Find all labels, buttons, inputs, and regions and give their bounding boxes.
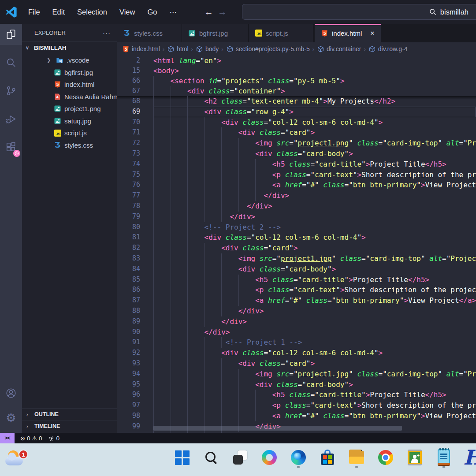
line-number[interactable]: 91 <box>117 337 153 348</box>
code-line-95[interactable]: 95<div class="card-body"> <box>117 379 476 390</box>
file-item[interactable]: Ʒstyles.css <box>22 139 117 152</box>
menu-item-selection[interactable]: Selection <box>71 6 113 18</box>
line-number[interactable]: 77 <box>117 190 153 201</box>
code-line-2[interactable]: 2<html lang="en"> <box>117 56 476 66</box>
code-line-67[interactable]: 67<div class="container"> <box>117 86 476 96</box>
line-number[interactable]: 99 <box>117 421 153 432</box>
taskbar-notepad-icon[interactable] <box>436 447 452 468</box>
line-number[interactable]: 76 <box>117 180 153 190</box>
line-number[interactable]: 93 <box>117 358 153 369</box>
breadcrumb-item[interactable]: 5index.html <box>122 45 160 53</box>
line-number[interactable]: 84 <box>117 264 153 275</box>
run-debug-icon[interactable] <box>0 108 22 130</box>
code-line-88[interactable]: 88</div> <box>117 306 476 316</box>
timeline-section[interactable]: › TIMELINE <box>22 420 117 432</box>
extensions-icon[interactable] <box>0 137 22 158</box>
code-line-83[interactable]: 83<img src="project1.jpg" class="card-im… <box>117 253 476 264</box>
settings-gear-icon[interactable]: ⚙ <box>0 407 22 428</box>
tab-script.js[interactable]: JSscript.js <box>249 24 313 42</box>
source-control-icon[interactable] <box>0 80 22 101</box>
code-line-96[interactable]: 96<h5 class="card-title">Project Title</… <box>117 390 476 400</box>
taskbar-chrome-icon[interactable] <box>378 447 394 468</box>
taskbar-start-icon[interactable] <box>174 447 190 468</box>
explorer-icon[interactable] <box>0 24 22 45</box>
taskbar-file-explorer-icon[interactable] <box>349 447 364 468</box>
search-sidebar-icon[interactable] <box>0 52 22 73</box>
line-number[interactable]: 94 <box>117 369 153 379</box>
code-line-81[interactable]: 81<div class="col-12 col-sm-6 col-md-4"> <box>117 232 476 243</box>
code-line-89[interactable]: 89</div> <box>117 316 476 327</box>
horizontal-scrollbar[interactable] <box>153 426 402 431</box>
problems-indicator[interactable]: ⊗ 0 ⚠ 0 <box>20 435 42 442</box>
workspace-root-folder[interactable]: ∨ BISMILLAH <box>22 41 117 53</box>
code-line-76[interactable]: 76<a href="#" class="btn btn-primary">Vi… <box>117 180 476 190</box>
line-number[interactable]: 80 <box>117 222 153 233</box>
taskbar-classroom-icon[interactable]: + <box>407 447 423 468</box>
code-line-77[interactable]: 77</div> <box>117 190 476 201</box>
file-item[interactable]: bgfirst.jpg <box>22 67 117 79</box>
line-number[interactable]: 97 <box>117 400 153 411</box>
line-number[interactable]: 79 <box>117 212 153 222</box>
code-line-97[interactable]: 97<p class="card-text">Short description… <box>117 400 476 411</box>
line-number[interactable]: 73 <box>117 149 153 159</box>
code-line-74[interactable]: 74<h5 class="card-title">Project Title</… <box>117 159 476 170</box>
file-item[interactable]: project1.png <box>22 103 117 115</box>
file-item[interactable]: ANessa Aulia Rahm... <box>22 91 117 103</box>
menu-item-go[interactable]: Go <box>141 6 163 18</box>
code-line-86[interactable]: 86<p class="card-text">Short description… <box>117 285 476 295</box>
account-icon[interactable] <box>0 383 22 404</box>
line-number[interactable]: 69 <box>117 107 153 117</box>
line-number[interactable]: 70 <box>117 117 153 128</box>
line-number[interactable]: 82 <box>117 243 153 253</box>
close-icon[interactable]: ✕ <box>370 30 375 37</box>
line-number[interactable]: 98 <box>117 411 153 421</box>
menu-item-file[interactable]: File <box>22 6 46 18</box>
line-number[interactable]: 83 <box>117 253 153 264</box>
line-number[interactable]: 78 <box>117 201 153 212</box>
nav-forward-button[interactable]: → <box>218 7 227 17</box>
line-number[interactable]: 71 <box>117 127 153 138</box>
code-line-85[interactable]: 85<h5 class="card-title">Project Title</… <box>117 275 476 285</box>
line-number[interactable]: 86 <box>117 285 153 295</box>
breadcrumb-item[interactable]: html <box>167 45 188 53</box>
taskbar-partial-h-icon[interactable]: H <box>465 447 476 468</box>
menu-item-view[interactable]: View <box>113 6 141 18</box>
taskbar-edge-icon[interactable] <box>290 447 306 468</box>
taskbar-copilot-icon[interactable] <box>261 447 277 468</box>
line-number[interactable]: 92 <box>117 348 153 358</box>
breadcrumb-item[interactable]: body <box>196 45 219 53</box>
tab-bgfirst.jpg[interactable]: bgfirst.jpg <box>182 24 249 42</box>
code-line-93[interactable]: 93<div class="card"> <box>117 358 476 369</box>
remote-indicator[interactable]: >< <box>0 433 15 443</box>
code-line-79[interactable]: 79</div> <box>117 212 476 222</box>
outline-section[interactable]: › OUTLINE <box>22 408 117 420</box>
code-line-73[interactable]: 73<div class="card-body"> <box>117 149 476 159</box>
code-line-69[interactable]: 69<div class="row g-4"> <box>117 107 476 117</box>
weather-widget[interactable]: 1 <box>5 450 28 471</box>
code-line-91[interactable]: 91<!-- Project 1 --> <box>117 337 476 348</box>
line-number[interactable]: 68 <box>117 96 153 107</box>
code-line-94[interactable]: 94<img src="project1.jpg" class="card-im… <box>117 369 476 379</box>
breadcrumb-item[interactable]: div.row.g-4 <box>368 45 408 53</box>
code-editor[interactable]: 2<html lang="en">15<body>66<section id="… <box>117 56 476 433</box>
menu-item-edit[interactable]: Edit <box>46 6 71 18</box>
line-number[interactable]: 15 <box>117 66 153 76</box>
line-number[interactable]: 72 <box>117 138 153 149</box>
code-line-84[interactable]: 84<div class="card-body"> <box>117 264 476 275</box>
broadcast-indicator[interactable]: 0 <box>48 435 60 442</box>
code-line-92[interactable]: 92<div class="col-12 col-sm-6 col-md-4"> <box>117 348 476 358</box>
code-line-70[interactable]: 70<div class="col-12 col-sm-6 col-md-4"> <box>117 117 476 128</box>
line-number[interactable]: 75 <box>117 170 153 180</box>
line-number[interactable]: 95 <box>117 379 153 390</box>
code-line-82[interactable]: 82<div class="card"> <box>117 243 476 253</box>
code-line-80[interactable]: 80<!-- Project 2 --> <box>117 222 476 233</box>
taskbar-task-view-icon[interactable] <box>232 447 248 468</box>
file-item[interactable]: ❯.vscode <box>22 54 117 67</box>
taskbar-search-icon[interactable] <box>203 447 219 468</box>
code-line-71[interactable]: 71<div class="card"> <box>117 127 476 138</box>
taskbar-store-icon[interactable] <box>320 447 335 468</box>
file-item[interactable]: satuq.jpg <box>22 115 117 127</box>
command-center-search[interactable]: bismillah <box>242 4 476 20</box>
code-line-78[interactable]: 78</div> <box>117 201 476 212</box>
line-number[interactable]: 87 <box>117 295 153 306</box>
